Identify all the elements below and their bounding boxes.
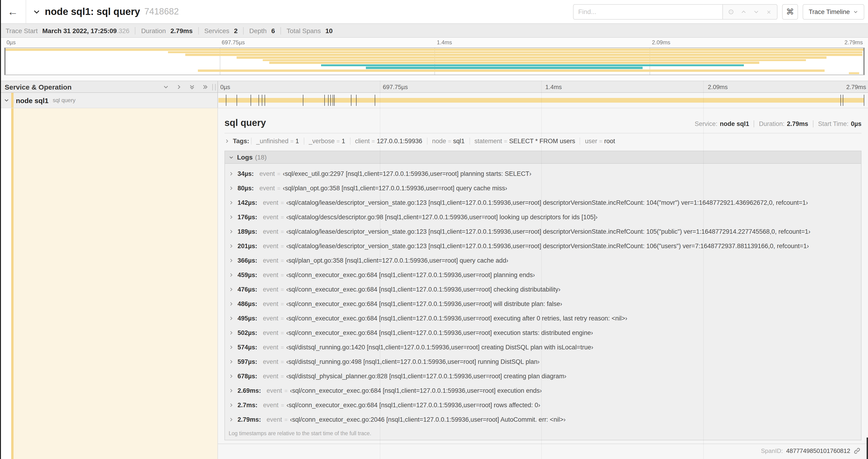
minimap-span-bar	[168, 51, 863, 54]
window-left-edge	[0, 0, 1, 459]
log-row[interactable]: 142µs:event=‹sql/catalog/lease/descripto…	[225, 195, 861, 210]
log-marker-tick	[843, 95, 843, 106]
detail-header-divider	[224, 133, 862, 133]
log-row[interactable]: 189µs:event=‹sql/catalog/lease/descripto…	[225, 224, 861, 239]
detail-header: sql query Service:node sql1Duration:2.79…	[224, 118, 862, 128]
trace-title-group: node sql1: sql query 7418682	[33, 6, 179, 17]
tag-value: 127.0.0.1:59936	[377, 138, 422, 144]
detail-service-color-stripe	[11, 108, 13, 459]
log-row[interactable]: 201µs:event=‹sql/catalog/lease/descripto…	[225, 239, 861, 253]
log-timestamp: 678µs:	[238, 373, 257, 380]
log-row[interactable]: 366µs:event=‹sql/plan_opt.go:358 [nsql1,…	[225, 253, 861, 268]
log-timestamp: 34µs:	[238, 170, 254, 177]
log-row[interactable]: 2.7ms:event=‹sql/conn_executor_exec.go:6…	[225, 398, 861, 412]
tags-label: Tags:	[233, 138, 249, 144]
log-expand-chevron-right-icon	[229, 200, 234, 205]
log-equals: =	[278, 358, 286, 365]
log-row[interactable]: 476µs:event=‹sql/conn_executor_exec.go:6…	[225, 282, 861, 297]
find-next-chevron-down-icon[interactable]	[750, 9, 763, 15]
detail-meta-label: Duration:	[759, 120, 785, 127]
minimap-span-bar	[366, 67, 642, 69]
summary-value: 10	[325, 27, 333, 34]
log-equals: =	[278, 315, 286, 322]
log-row[interactable]: 34µs:event=‹sql/exec_util.go:2297 [nsql1…	[225, 167, 861, 181]
locate-target-icon[interactable]	[725, 8, 737, 15]
column-resizer-grip[interactable]	[212, 84, 216, 91]
chevron-down-icon	[853, 9, 858, 14]
tag-key: statement	[474, 138, 502, 144]
summary-label: Depth	[249, 27, 269, 34]
tags-expand-chevron-right-icon	[224, 138, 229, 144]
detail-gutter-white	[0, 108, 11, 459]
log-equals: =	[279, 402, 286, 408]
tag-equals: =	[502, 138, 509, 144]
view-selector-button[interactable]: Trace Timeline	[803, 4, 864, 19]
timeline-column-header: Service & Operation 0µs697.75µs1.4ms2.09…	[0, 81, 868, 93]
log-timestamp: 142µs:	[238, 199, 257, 206]
find-clear-close-icon[interactable]: ×	[763, 8, 775, 15]
minimap-canvas[interactable]	[4, 47, 865, 75]
tag-item: user=root	[580, 138, 620, 144]
log-timestamp: 80µs:	[238, 185, 254, 192]
minimap-span-bar	[237, 57, 827, 59]
log-field-key: event	[267, 416, 282, 423]
log-row[interactable]: 502µs:event=‹sql/conn_executor_exec.go:6…	[225, 326, 861, 340]
summary-label: Services	[204, 27, 231, 34]
logs-header[interactable]: Logs (18)	[225, 151, 861, 164]
log-expand-chevron-right-icon	[229, 215, 234, 220]
summary-value: 2	[234, 27, 238, 34]
log-row[interactable]: 574µs:event=‹sql/distsql_running.go:1420…	[225, 340, 861, 355]
log-field-key: event	[259, 185, 275, 192]
span-duration-bar[interactable]	[218, 98, 864, 103]
minimap-span-bar	[5, 48, 864, 51]
log-marker-tick	[303, 95, 303, 106]
span-collapse-chevron-down-icon[interactable]	[4, 97, 9, 103]
logs-footer-note: Log timestamps are relative to the start…	[225, 428, 861, 440]
timeline-tick-label: 0µs	[220, 84, 230, 91]
log-row[interactable]: 486µs:event=‹sql/conn_executor_exec.go:6…	[225, 297, 861, 311]
expand-all-double-chevron-right-icon[interactable]	[202, 84, 208, 90]
log-expand-chevron-right-icon	[229, 402, 234, 408]
summary-value: 6	[271, 27, 275, 34]
log-row[interactable]: 2.69ms:event=‹sql/conn_executor_exec.go:…	[225, 384, 861, 398]
log-row[interactable]: 459µs:event=‹sql/conn_executor_exec.go:6…	[225, 268, 861, 282]
expand-one-chevron-right-icon[interactable]	[176, 84, 182, 90]
log-field-value: ‹sql/plan_opt.go:358 [nsql1,client=127.0…	[283, 185, 507, 192]
log-marker-tick	[864, 95, 864, 106]
minimap-left-handle[interactable]	[5, 48, 6, 75]
log-expand-chevron-right-icon	[229, 345, 234, 350]
trace-collapse-chevron-down-icon[interactable]	[33, 8, 40, 15]
minimap-right-handle[interactable]	[863, 48, 864, 75]
collapse-one-chevron-down-icon[interactable]	[163, 84, 169, 90]
log-timestamp: 459µs:	[238, 271, 257, 278]
timeline-tick-label: 697.75µs	[383, 84, 408, 91]
logs-count: (18)	[255, 154, 267, 161]
log-marker-tick	[259, 95, 259, 106]
log-row[interactable]: 176µs:event=‹sql/catalog/descs/descripto…	[225, 210, 861, 224]
log-row[interactable]: 597µs:event=‹sql/distsql_running.go:498 …	[225, 355, 861, 369]
tags-row[interactable]: Tags: _unfinished=1_verbose=1client=127.…	[224, 138, 862, 144]
log-row[interactable]: 495µs:event=‹sql/conn_executor_exec.go:6…	[225, 311, 861, 326]
log-expand-chevron-right-icon	[229, 301, 234, 306]
keyboard-shortcuts-button[interactable]: ⌘	[782, 4, 798, 19]
find-input[interactable]	[573, 4, 722, 19]
link-icon[interactable]	[854, 447, 861, 454]
log-expand-chevron-right-icon	[229, 374, 234, 379]
back-arrow-icon: ←	[7, 5, 18, 18]
back-button[interactable]: ←	[0, 0, 26, 23]
span-detail-panel: sql query Service:node sql1Duration:2.79…	[218, 108, 868, 459]
summary-suffix: .326	[117, 27, 129, 34]
log-row[interactable]: 2.79ms:event=‹sql/conn_executor_exec.go:…	[225, 412, 861, 427]
log-field-key: event	[263, 271, 278, 278]
log-row[interactable]: 80µs:event=‹sql/plan_opt.go:358 [nsql1,c…	[225, 181, 861, 195]
tag-value: sql1	[453, 138, 465, 144]
tag-item: client=127.0.0.1:59936	[350, 138, 427, 144]
service-operation-header: Service & Operation	[0, 81, 218, 92]
log-row[interactable]: 678µs:event=‹sql/distsql_physical_planne…	[225, 369, 861, 384]
log-field-value: ‹sql/conn_executor_exec.go:684 [nsql1,cl…	[290, 387, 542, 394]
collapse-all-double-chevron-down-icon[interactable]	[189, 84, 195, 90]
scrollbar-thumb[interactable]	[867, 437, 868, 459]
span-row[interactable]: node sql1 sql query	[0, 93, 868, 108]
find-prev-chevron-up-icon[interactable]	[737, 9, 750, 15]
collapse-controls	[163, 84, 217, 90]
